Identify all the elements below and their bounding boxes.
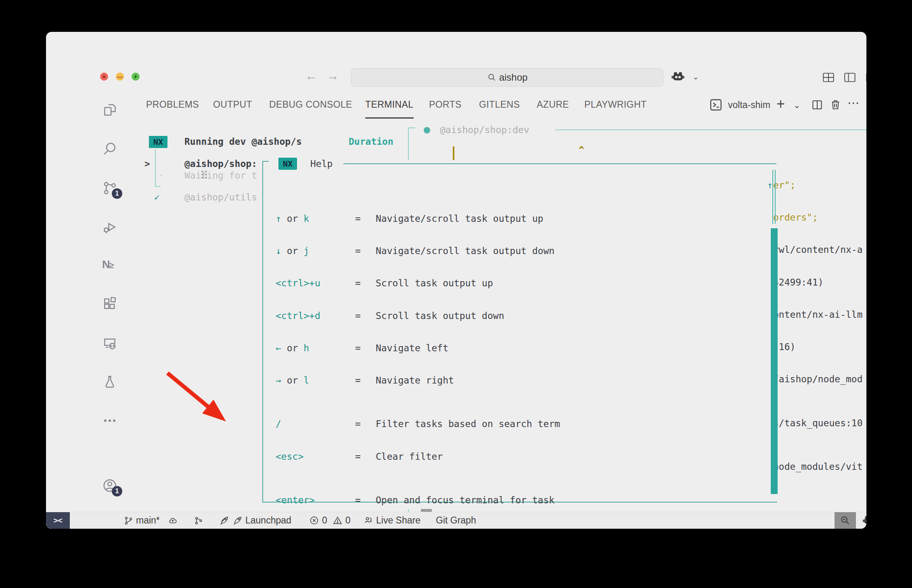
nav-forward-icon[interactable]: → — [327, 69, 339, 83]
tab-debug-console[interactable]: DEBUG CONSOLE — [269, 99, 352, 115]
vscode-window: ✕ — ← → aishop — [46, 32, 866, 529]
status-bar: >< main* — [46, 512, 866, 529]
help-title: Help — [310, 158, 333, 169]
zoom-out-icon — [840, 515, 851, 526]
zoom-glyph-icon — [132, 73, 140, 81]
task-name-running[interactable]: @aishop/shop: — [184, 158, 257, 169]
task-row-caret: > — [144, 158, 150, 169]
help-row: <ctrl>+u=Scroll task output up — [276, 277, 784, 289]
caret-char: ^ — [579, 145, 584, 155]
rocket-icon — [232, 515, 243, 526]
output-pane-top-tick — [408, 127, 415, 128]
copilot-status-item[interactable] — [862, 512, 866, 529]
task-runner-title: Running dev @aishop/s — [184, 136, 302, 147]
tab-problems[interactable]: PROBLEMS — [146, 99, 199, 115]
split-terminal-icon[interactable] — [811, 99, 823, 113]
tab-playwright[interactable]: PLAYWRIGHT — [584, 99, 646, 115]
output-line: orders"; — [773, 212, 866, 223]
terminal-cursor — [453, 146, 454, 160]
output-line: s/task_queues:10 — [773, 417, 866, 429]
help-keybinding-list: ↑ or k=Navigate/scroll task output up ↓ … — [276, 192, 784, 529]
tab-gitlens[interactable]: GITLENS — [479, 99, 520, 115]
zoom-window-button[interactable] — [132, 73, 140, 81]
kill-terminal-icon[interactable] — [829, 98, 842, 113]
toggle-panel-icon[interactable] — [866, 72, 866, 84]
help-row: <esc>=Clear filter — [276, 451, 784, 462]
branch-status-item[interactable]: main* — [123, 512, 178, 529]
copilot-icon — [671, 70, 685, 84]
output-scroll-line-1 — [772, 170, 773, 224]
nav-back-icon[interactable]: ← — [305, 69, 317, 83]
duration-column-label: Duration — [349, 136, 393, 147]
search-value: aishop — [499, 72, 528, 83]
extensions-icon[interactable] — [102, 296, 117, 311]
terminal-launch-chevron-icon[interactable]: ⌄ — [793, 100, 801, 110]
output-line: ↑er"; — [773, 179, 866, 191]
help-box-left-border — [262, 161, 263, 503]
toggle-primary-sidebar-icon[interactable] — [844, 72, 856, 84]
git-branch-icon — [123, 516, 133, 525]
annotation-arrow — [161, 365, 242, 432]
run-debug-icon[interactable] — [102, 219, 117, 235]
rocket-check-icon — [219, 515, 229, 526]
additional-views-icon[interactable] — [102, 413, 117, 428]
explorer-icon[interactable] — [102, 102, 117, 117]
search-icon — [487, 73, 496, 82]
terminal-process-icon — [709, 98, 723, 113]
help-row: ← or h=Navigate left — [276, 342, 784, 354]
output-line: rwl/content/nx-a — [773, 244, 866, 255]
zoom-out-status-button[interactable] — [835, 512, 856, 529]
output-line: ontent/nx-ai-llm — [773, 309, 866, 320]
live-share-status-item[interactable]: Live Share — [363, 512, 420, 529]
more-actions-icon[interactable]: ⋯ — [847, 96, 860, 110]
help-box-top-tick — [262, 161, 269, 162]
tab-ports[interactable]: PORTS — [429, 99, 462, 115]
help-row: <ctrl>+d=Scroll task output down — [276, 310, 784, 321]
tab-azure[interactable]: AZURE — [537, 99, 569, 115]
task-check-icon: ✓ — [154, 192, 160, 202]
copilot-menu-button[interactable] — [671, 70, 685, 86]
copilot-icon — [862, 514, 866, 528]
scm-graph-icon — [194, 516, 203, 525]
terminal-instance-label[interactable]: volta-shim — [728, 100, 770, 111]
output-pane-title-rule — [555, 129, 866, 130]
output-scroll-line-2 — [775, 170, 776, 224]
new-terminal-button[interactable]: + — [776, 96, 785, 113]
close-window-button[interactable]: ✕ — [100, 73, 108, 81]
output-line: 42499:41) — [773, 277, 866, 288]
task-status-text: Waiting for t — [184, 170, 257, 181]
problems-status-item[interactable]: 0 0 — [309, 512, 351, 529]
tab-output[interactable]: OUTPUT — [213, 99, 252, 115]
remote-indicator[interactable]: >< — [46, 512, 70, 529]
scm-graph-status-item[interactable] — [194, 512, 203, 529]
task-name-done[interactable]: @aishop/utils — [184, 192, 257, 202]
output-line: node_modules/vit — [773, 461, 866, 472]
output-line: /aishop/node_mod — [773, 373, 866, 385]
help-row: ↑ or k=Navigate/scroll task output up — [276, 213, 784, 224]
output-scrollbar-thumb[interactable] — [771, 228, 778, 494]
remote-explorer-icon[interactable] — [102, 336, 117, 351]
source-control-badge: 1 — [112, 188, 122, 199]
help-box-title-rule — [343, 163, 776, 164]
search-sidebar-icon[interactable] — [102, 141, 117, 156]
testing-icon[interactable] — [102, 374, 117, 389]
error-icon — [309, 515, 319, 525]
minimize-window-button[interactable]: — — [116, 73, 124, 81]
copilot-chevron-icon[interactable]: ⌄ — [692, 72, 699, 81]
nx-console-icon[interactable]: N≥ — [102, 259, 118, 271]
customize-layout-icon[interactable] — [822, 72, 835, 84]
output-pane-title: @aishop/shop:dev — [440, 125, 529, 135]
task-running-dot — [424, 127, 430, 133]
live-share-icon — [363, 515, 373, 525]
tab-terminal[interactable]: TERMINAL — [365, 99, 414, 115]
nx-logo-badge: NX — [149, 136, 167, 148]
help-row: <enter>=Open and focus terminal for task — [276, 494, 784, 506]
sync-cloud-icon — [167, 516, 178, 525]
git-graph-status-item[interactable]: Git Graph — [436, 512, 476, 529]
output-pane-left-border-top — [408, 127, 409, 160]
launchpad-status-item[interactable]: Launchpad — [219, 512, 291, 529]
command-center-search[interactable]: aishop — [351, 68, 663, 87]
screenshot-stage: ✕ — ← → aishop — [0, 0, 912, 588]
help-row: ↓ or j=Navigate/scroll task output down — [276, 245, 784, 256]
output-pane-lines: ↑er"; orders"; rwl/content/nx-a 42499:41… — [773, 158, 866, 529]
